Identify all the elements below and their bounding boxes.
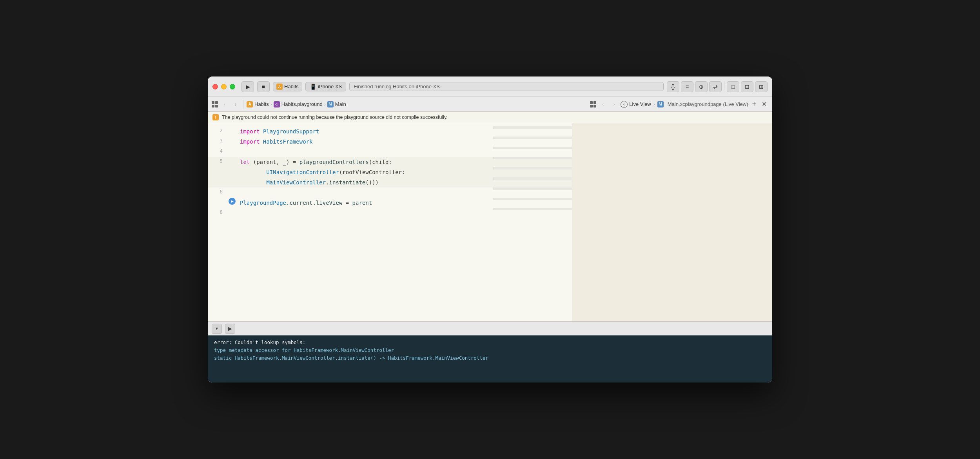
- main-icon: M: [327, 101, 334, 107]
- line-number-4: 4: [208, 147, 227, 155]
- toolbar-right: {} ≡ ⊕ ⇄ □ ⊟ ⊞: [667, 81, 768, 92]
- status-bar: Finished running Habits on iPhone XS: [349, 82, 664, 91]
- code-structure-icon: {}: [671, 84, 675, 90]
- status-text: Finished running Habits on iPhone XS: [354, 84, 440, 89]
- live-view-sep: ›: [653, 102, 655, 107]
- toolbar-separator: [724, 81, 724, 90]
- console-toggle-icon: ▼: [215, 326, 219, 331]
- page-label: Main.xcplaygroundpage (Live View): [668, 101, 748, 107]
- debug-area-button[interactable]: ⊟: [741, 81, 753, 92]
- code-lines: 2 import PlaygroundSupport 3 import Habi…: [208, 123, 572, 321]
- breadcrumb-habits[interactable]: A Habits: [247, 101, 269, 107]
- breadcrumb-main-label: Main: [335, 101, 346, 107]
- code-line-5c: MainViewController.instantiate())): [208, 177, 572, 188]
- content-area: 2 import PlaygroundSupport 3 import Habi…: [208, 123, 772, 321]
- breadcrumb-playground-label: Habits.playground: [281, 101, 323, 107]
- breadcrumb-habits-label: Habits: [254, 101, 269, 107]
- navigator-grid-button[interactable]: [212, 101, 218, 107]
- run-console-button[interactable]: ▶: [225, 324, 235, 334]
- live-view-circle: ○: [623, 102, 625, 106]
- line-result-8: [494, 208, 572, 210]
- maximize-button[interactable]: [230, 84, 235, 89]
- line-result-3: [494, 137, 572, 139]
- assistant-button[interactable]: ⊕: [695, 81, 708, 92]
- right-back-button[interactable]: ‹: [599, 100, 607, 109]
- forward-button[interactable]: ›: [231, 100, 240, 109]
- line-number-5: 5: [208, 157, 227, 165]
- line-number-3: 3: [208, 137, 227, 145]
- live-view-icon: ○: [621, 101, 628, 108]
- console-toggle-button[interactable]: ▼: [212, 324, 222, 334]
- traffic-lights: [212, 84, 235, 89]
- var-parent: parent: [352, 200, 372, 206]
- line-number-5b: [208, 167, 227, 169]
- xcode-window: ▶ ■ A Habits 📱 iPhone XS Finished runnin…: [208, 76, 772, 382]
- code-punct-3: (rootViewController:: [339, 169, 405, 175]
- run-line-button[interactable]: ▶: [229, 198, 236, 205]
- utilities-icon: ⊞: [759, 84, 764, 90]
- code-punct-5: .current.liveView: [286, 200, 342, 206]
- console-line-1: error: Couldn't lookup symbols:: [214, 339, 766, 346]
- code-punct-2: (child:: [369, 159, 392, 165]
- grid-cell: [593, 105, 596, 107]
- grid-cell: [215, 105, 218, 107]
- stop-icon: ■: [262, 84, 265, 90]
- close-button[interactable]: [212, 84, 218, 89]
- warning-symbol: !: [215, 115, 216, 120]
- code-line-5: 5 let (parent, _) = playgroundController…: [208, 157, 572, 167]
- habits-icon: A: [247, 101, 253, 107]
- issues-button[interactable]: ≡: [681, 81, 693, 92]
- playground-icon: ◇: [274, 101, 280, 107]
- titlebar: ▶ ■ A Habits 📱 iPhone XS Finished runnin…: [208, 76, 772, 97]
- grid-cell: [215, 101, 218, 104]
- keyword-import-1: import: [240, 128, 260, 135]
- keyword-let: let: [240, 159, 250, 165]
- stop-button[interactable]: ■: [257, 81, 270, 92]
- code-line-7: ▶ PlaygroundPage.current.liveView = pare…: [208, 198, 572, 208]
- run-console-icon: ▶: [228, 326, 232, 332]
- code-line-6: 6: [208, 188, 572, 198]
- live-view-grid-button[interactable]: [590, 101, 596, 107]
- version-icon: ⇄: [713, 84, 718, 90]
- error-banner: ! The playground could not continue runn…: [208, 112, 772, 123]
- assistant-icon: ⊕: [699, 84, 704, 90]
- live-view-panel: [572, 123, 772, 321]
- run-button[interactable]: ▶: [241, 81, 254, 92]
- code-line-3: 3 import HabitsFramework: [208, 137, 572, 147]
- console-line-3: static HabitsFramework.MainViewControlle…: [214, 354, 766, 362]
- line-content-4: [237, 147, 494, 157]
- code-line-8: 8: [208, 208, 572, 218]
- navigator-icon: □: [731, 84, 735, 90]
- module-1: PlaygroundSupport: [260, 128, 319, 135]
- right-forward-button[interactable]: ›: [610, 100, 618, 109]
- version-button[interactable]: ⇄: [709, 81, 722, 92]
- grid-cell: [593, 101, 596, 104]
- line-content-5: let (parent, _) = playgroundControllers(…: [237, 157, 494, 167]
- close-panel-button[interactable]: ✕: [760, 100, 768, 108]
- line-result-5b: [494, 167, 572, 169]
- bottom-toolbar: ▼ ▶: [208, 321, 772, 335]
- code-editor[interactable]: 2 import PlaygroundSupport 3 import Habi…: [208, 123, 572, 321]
- line-result-6: [494, 188, 572, 190]
- type-main-vc: MainViewController: [266, 179, 326, 186]
- device-selector[interactable]: 📱 iPhone XS: [305, 82, 346, 91]
- grid-cell: [590, 105, 593, 107]
- navigator-button[interactable]: □: [727, 81, 739, 92]
- breadcrumb-playground[interactable]: ◇ Habits.playground: [274, 101, 323, 107]
- code-punct-1: (parent, _) =: [250, 159, 299, 165]
- breadcrumb: A Habits › ◇ Habits.playground › M Main: [247, 101, 346, 107]
- indent-2: [240, 179, 266, 186]
- breadcrumb-sep-1: ›: [270, 102, 272, 107]
- line-content-3: import HabitsFramework: [237, 137, 494, 147]
- page-icon: M: [657, 101, 664, 107]
- back-button[interactable]: ‹: [220, 100, 229, 109]
- add-page-button[interactable]: +: [750, 100, 758, 108]
- utilities-button[interactable]: ⊞: [755, 81, 768, 92]
- breadcrumb-main[interactable]: M Main: [327, 101, 346, 107]
- line-gutter-7[interactable]: ▶: [227, 198, 237, 205]
- code-structure-button[interactable]: {}: [667, 81, 679, 92]
- minimize-button[interactable]: [221, 84, 227, 89]
- console-error-1: error: Couldn't lookup symbols:: [214, 339, 305, 345]
- scheme-selector[interactable]: A Habits: [273, 82, 302, 91]
- play-icon: ▶: [246, 84, 250, 90]
